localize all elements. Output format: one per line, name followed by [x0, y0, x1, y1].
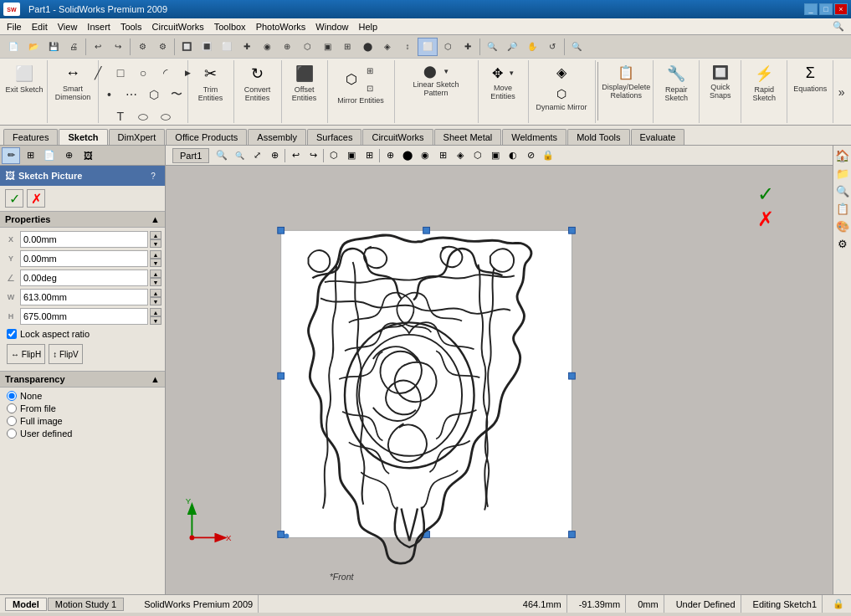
tab-sketch[interactable]: Sketch: [59, 129, 107, 145]
rt-home-btn[interactable]: 🏠: [834, 147, 851, 164]
view-orientation-btn[interactable]: ▣: [343, 147, 360, 164]
zoom-fit-btn[interactable]: ⤢: [249, 147, 265, 164]
tb12[interactable]: ↕: [397, 38, 418, 56]
print-btn[interactable]: 🖨: [64, 38, 84, 56]
zoom-out[interactable]: 🔎: [502, 38, 522, 56]
height-down[interactable]: ▼: [150, 316, 161, 325]
redo-btn[interactable]: ↪: [108, 38, 128, 56]
tb3[interactable]: ⬜: [217, 38, 237, 56]
menu-photoworks[interactable]: PhotoWorks: [251, 20, 311, 33]
angle-input[interactable]: [20, 270, 148, 286]
maximize-button[interactable]: □: [819, 3, 833, 15]
mirror-entities-btn[interactable]: ⬡: [343, 69, 360, 90]
view-btn2[interactable]: ⬤: [399, 147, 416, 164]
line-btn[interactable]: ╱: [87, 62, 109, 84]
panel-help-btn[interactable]: ?: [146, 169, 160, 182]
options-btn[interactable]: ⚙: [152, 38, 172, 56]
linear-pattern-arrow[interactable]: ▼: [441, 62, 451, 80]
tb5[interactable]: ◉: [257, 38, 277, 56]
panel-tb-4[interactable]: ⊕: [59, 147, 78, 164]
tab-dimxpert[interactable]: DimXpert: [109, 129, 166, 145]
tab-circuitworks[interactable]: CircuitWorks: [362, 129, 433, 145]
menu-help[interactable]: Help: [353, 20, 382, 33]
view-btn1[interactable]: ⊕: [382, 147, 398, 164]
spline-btn[interactable]: 〜: [166, 84, 187, 105]
canvas-area[interactable]: ✓ ✗: [166, 166, 833, 594]
transparency-from-file-radio[interactable]: [7, 403, 17, 413]
magnify-btn[interactable]: 🔍: [566, 38, 587, 56]
height-input[interactable]: [20, 308, 148, 325]
view-prev-btn[interactable]: ↩: [287, 147, 304, 164]
zoom-in-btn[interactable]: 🔍: [213, 147, 230, 164]
tb9[interactable]: ⊞: [337, 38, 357, 56]
smart-dimension-btn[interactable]: ↔: [63, 62, 83, 85]
menu-window[interactable]: Window: [310, 20, 353, 33]
move-entities-btn[interactable]: ✥: [490, 63, 505, 84]
y-pos-down[interactable]: ▼: [150, 259, 161, 267]
tb7[interactable]: ⬡: [297, 38, 317, 56]
menu-insert[interactable]: Insert: [82, 20, 115, 33]
convert-entities-btn[interactable]: ↻: [249, 62, 266, 85]
tb6[interactable]: ⊕: [277, 38, 297, 56]
angle-up[interactable]: ▲: [150, 270, 161, 278]
rt-search-btn[interactable]: 🔍: [834, 182, 851, 199]
minimize-button[interactable]: _: [804, 3, 818, 15]
view-btn7[interactable]: ▣: [487, 147, 504, 164]
zoom-select-btn[interactable]: ⊕: [266, 147, 283, 164]
arc-btn[interactable]: ◜: [155, 62, 177, 84]
tb4[interactable]: ✚: [237, 38, 257, 56]
rebuild-btn[interactable]: ⚙: [132, 38, 152, 56]
tab-sheet-metal[interactable]: Sheet Metal: [434, 129, 502, 145]
mirror-sub2[interactable]: ⊡: [361, 80, 378, 96]
view-3d-btn[interactable]: ⊞: [361, 147, 377, 164]
y-pos-up[interactable]: ▲: [150, 250, 161, 259]
rt-palette-btn[interactable]: 🎨: [834, 218, 851, 234]
ellipse-btn[interactable]: ⬭: [155, 105, 177, 127]
trim-entities-btn[interactable]: ✂: [202, 62, 219, 85]
tb11[interactable]: ◈: [377, 38, 397, 56]
flip-v-button[interactable]: ↕ FlipV: [49, 344, 83, 364]
transparency-user-defined-radio[interactable]: [7, 429, 17, 439]
view-btn3[interactable]: ◉: [417, 147, 433, 164]
view-btn4[interactable]: ⊞: [434, 147, 451, 164]
tb10[interactable]: ⬤: [357, 38, 377, 56]
tb2[interactable]: 🔳: [197, 38, 217, 56]
new-btn[interactable]: 📄: [3, 38, 23, 56]
tab-assembly[interactable]: Assembly: [248, 129, 306, 145]
dynamic-mirror-entities-btn[interactable]: ⬡: [554, 85, 569, 103]
transparency-header[interactable]: Transparency ▲: [0, 371, 165, 388]
pan-btn[interactable]: ✋: [522, 38, 542, 56]
linear-pattern-btn[interactable]: ⬤: [421, 62, 439, 80]
y-pos-input[interactable]: [20, 250, 148, 267]
quick-snaps-btn[interactable]: 🔲: [710, 62, 731, 83]
transparency-full-image-radio[interactable]: [7, 416, 17, 426]
width-down[interactable]: ▼: [150, 297, 161, 305]
tab-weldments[interactable]: Weldments: [502, 129, 566, 145]
tb14[interactable]: ⬡: [438, 38, 458, 56]
constr-btn[interactable]: ⋯: [120, 84, 142, 105]
panel-tb-sketch-btn[interactable]: ✏: [2, 147, 20, 164]
x-pos-up[interactable]: ▲: [150, 231, 161, 239]
view-next-btn[interactable]: ↪: [305, 147, 321, 164]
tb15[interactable]: ✚: [458, 38, 478, 56]
view-btn8[interactable]: ◐: [505, 147, 521, 164]
menu-edit[interactable]: Edit: [27, 20, 53, 33]
panel-tb-5[interactable]: 🖼: [79, 147, 97, 164]
zoom-out-btn[interactable]: 🔍: [231, 147, 248, 164]
menu-circuitworks[interactable]: CircuitWorks: [147, 20, 209, 33]
ok-button[interactable]: ✓: [5, 189, 23, 208]
point-btn[interactable]: •: [98, 84, 120, 105]
width-up[interactable]: ▲: [150, 289, 161, 297]
toolbar-more-btn[interactable]: »: [833, 83, 849, 101]
transparency-none-radio[interactable]: [7, 391, 17, 401]
move-arrow[interactable]: ▼: [506, 62, 516, 84]
rapid-sketch-btn[interactable]: ⚡: [752, 62, 776, 85]
poly-btn[interactable]: ⬡: [143, 84, 165, 105]
slot-btn[interactable]: ⬭: [132, 105, 154, 127]
exit-sketch-btn[interactable]: ⬜: [13, 62, 36, 85]
view-btn10[interactable]: 🔒: [540, 147, 556, 164]
text-btn[interactable]: T: [110, 105, 131, 127]
view-btn6[interactable]: ⬡: [469, 147, 486, 164]
part-tab[interactable]: Part1: [172, 148, 209, 163]
tb8[interactable]: ▣: [317, 38, 337, 56]
